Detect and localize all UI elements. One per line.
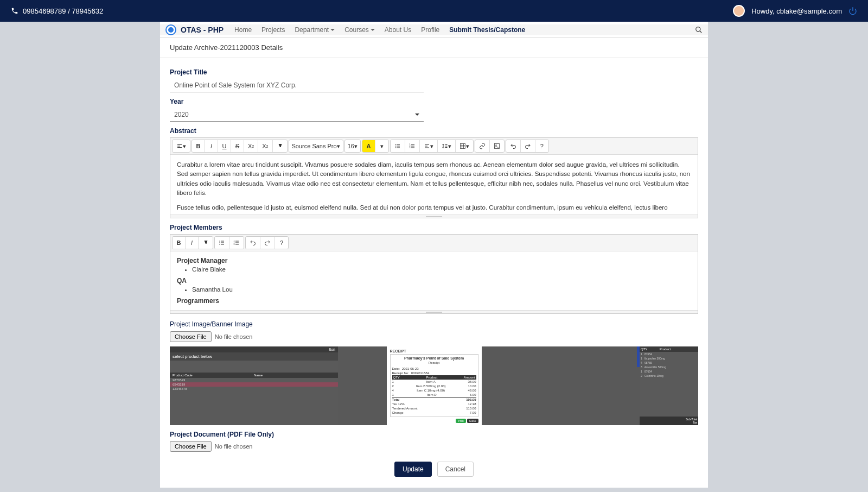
phone-icon bbox=[11, 7, 18, 15]
preview-left-panel: tion select product below Product CodeNa… bbox=[170, 346, 338, 425]
nav-links: Home Projects Department Courses About U… bbox=[234, 26, 525, 34]
image-button[interactable] bbox=[490, 140, 504, 152]
link-button[interactable] bbox=[475, 140, 490, 152]
nav-department[interactable]: Department bbox=[295, 26, 335, 34]
style-dropdown[interactable]: ▾ bbox=[173, 140, 190, 152]
undo-button[interactable] bbox=[246, 237, 260, 249]
svg-rect-7 bbox=[397, 148, 400, 148]
power-icon[interactable] bbox=[848, 7, 857, 15]
receipt-title: Pharmacy's Point of Sale System bbox=[392, 356, 476, 360]
ul-button[interactable] bbox=[215, 237, 229, 249]
clear-format-button[interactable] bbox=[199, 237, 213, 249]
ul-button[interactable] bbox=[391, 140, 405, 152]
members-content[interactable]: Project Manager Claire Blake QA Samantha… bbox=[170, 251, 698, 310]
preview-row: 9876543 bbox=[170, 378, 338, 382]
receipt-subtitle: Receipt bbox=[392, 361, 476, 364]
members-toolbar: B I 123 ? bbox=[170, 235, 698, 251]
nav-courses[interactable]: Courses bbox=[344, 26, 375, 34]
preview-right-panel: QTYProduct 1 87654 1 Ibuprofen 200mg 4 9… bbox=[640, 346, 698, 425]
chevron-down-icon bbox=[415, 113, 419, 116]
topbar: 09854698789 / 78945632 Howdy, cblake@sam… bbox=[0, 0, 868, 22]
update-button[interactable]: Update bbox=[394, 462, 432, 477]
no-file-text: No file chosen bbox=[215, 333, 253, 340]
image-label: Project Image/Banner Image bbox=[170, 320, 698, 328]
choose-file-button[interactable]: Choose File bbox=[170, 441, 212, 452]
phone-text: 09854698789 / 78945632 bbox=[23, 7, 103, 15]
undo-button[interactable] bbox=[506, 140, 521, 152]
bold-button[interactable]: B bbox=[173, 237, 186, 249]
navbar: OTAS - PHP Home Projects Department Cour… bbox=[160, 22, 708, 38]
nav-profile[interactable]: Profile bbox=[421, 26, 439, 34]
abstract-editor: ▾ B I U S X2 X2 Source Sans Pro ▾ bbox=[170, 137, 698, 218]
member-qa: Samantha Lou bbox=[192, 286, 691, 293]
year-label: Year bbox=[170, 98, 698, 105]
nav-submit[interactable]: Submit Thesis/Capstone bbox=[449, 26, 525, 34]
svg-rect-5 bbox=[397, 144, 400, 145]
ol-button[interactable]: 123 bbox=[229, 237, 244, 249]
align-dropdown[interactable]: ▾ bbox=[420, 140, 438, 152]
svg-rect-6 bbox=[397, 146, 400, 147]
preview-row: 12345678 bbox=[170, 387, 338, 391]
abstract-content[interactable]: Curabitur a lorem vitae arcu tincidunt s… bbox=[170, 155, 698, 215]
preview-table-head: Product CodeName bbox=[170, 373, 338, 378]
highlight-dropdown[interactable]: ▾ bbox=[375, 140, 388, 152]
svg-rect-22 bbox=[221, 244, 224, 245]
redo-button[interactable] bbox=[521, 140, 535, 152]
italic-button[interactable]: I bbox=[186, 237, 199, 249]
doc-label: Project Document (PDF File Only) bbox=[170, 431, 698, 438]
font-family-select[interactable]: Source Sans Pro ▾ bbox=[289, 140, 343, 152]
subscript-button[interactable]: X2 bbox=[258, 140, 272, 152]
lineheight-dropdown[interactable]: ▾ bbox=[438, 140, 456, 152]
highlight-button[interactable]: A bbox=[362, 140, 375, 152]
svg-rect-12 bbox=[411, 146, 414, 147]
ol-button[interactable]: 123 bbox=[405, 140, 420, 152]
year-select[interactable] bbox=[170, 108, 424, 122]
strike-button[interactable]: S bbox=[231, 140, 244, 152]
preview-row: 6543219 bbox=[170, 382, 338, 387]
underline-button[interactable]: U bbox=[218, 140, 231, 152]
svg-rect-20 bbox=[221, 241, 224, 242]
svg-rect-27 bbox=[235, 243, 239, 243]
svg-rect-21 bbox=[221, 243, 224, 243]
preview-subtitle: select product below bbox=[170, 352, 338, 361]
receipt-preview: RECEIPT Pharmacy's Point of Sale System … bbox=[387, 346, 482, 425]
svg-point-18 bbox=[219, 242, 220, 243]
clear-format-button[interactable] bbox=[273, 140, 287, 152]
svg-point-2 bbox=[395, 144, 396, 145]
title-input[interactable] bbox=[170, 79, 424, 92]
search-icon[interactable] bbox=[695, 26, 703, 34]
help-button[interactable]: ? bbox=[275, 237, 288, 249]
svg-line-1 bbox=[700, 30, 702, 33]
abstract-para-2: Fusce tellus odio, pellentesque id justo… bbox=[177, 203, 691, 215]
svg-point-19 bbox=[219, 244, 220, 245]
nav-home[interactable]: Home bbox=[234, 26, 252, 34]
svg-point-4 bbox=[395, 147, 396, 148]
logo-icon[interactable] bbox=[165, 24, 176, 35]
table-dropdown[interactable]: ▾ bbox=[456, 140, 473, 152]
italic-button[interactable]: I bbox=[205, 140, 218, 152]
font-size-select[interactable]: 16 ▾ bbox=[345, 140, 360, 152]
svg-rect-14 bbox=[460, 144, 465, 149]
cancel-button[interactable]: Cancel bbox=[437, 462, 474, 477]
abstract-para-1: Curabitur a lorem vitae arcu tincidunt s… bbox=[177, 160, 691, 198]
brand-text[interactable]: OTAS - PHP bbox=[181, 26, 224, 34]
topbar-right: Howdy, cblake@sample.com bbox=[733, 5, 857, 17]
redo-button[interactable] bbox=[260, 237, 275, 249]
role-qa: QA bbox=[177, 277, 691, 285]
title-label: Project Title bbox=[170, 68, 698, 76]
content: Update Archive-2021120003 Details Projec… bbox=[160, 38, 708, 488]
nav-about[interactable]: About Us bbox=[385, 26, 411, 34]
help-button[interactable]: ? bbox=[535, 140, 548, 152]
choose-file-button[interactable]: Choose File bbox=[170, 331, 212, 342]
no-file-text: No file chosen bbox=[215, 443, 253, 450]
resize-handle[interactable] bbox=[170, 310, 698, 313]
bold-button[interactable]: B bbox=[192, 140, 205, 152]
greeting-text: Howdy, cblake@sample.com bbox=[751, 7, 842, 15]
preview-title-frag: tion bbox=[170, 346, 338, 352]
main-wrap: OTAS - PHP Home Projects Department Cour… bbox=[0, 22, 868, 492]
resize-handle[interactable] bbox=[170, 215, 698, 218]
superscript-button[interactable]: X2 bbox=[244, 140, 258, 152]
avatar[interactable] bbox=[733, 5, 745, 17]
caret-down-icon bbox=[371, 29, 375, 31]
nav-projects[interactable]: Projects bbox=[261, 26, 285, 34]
